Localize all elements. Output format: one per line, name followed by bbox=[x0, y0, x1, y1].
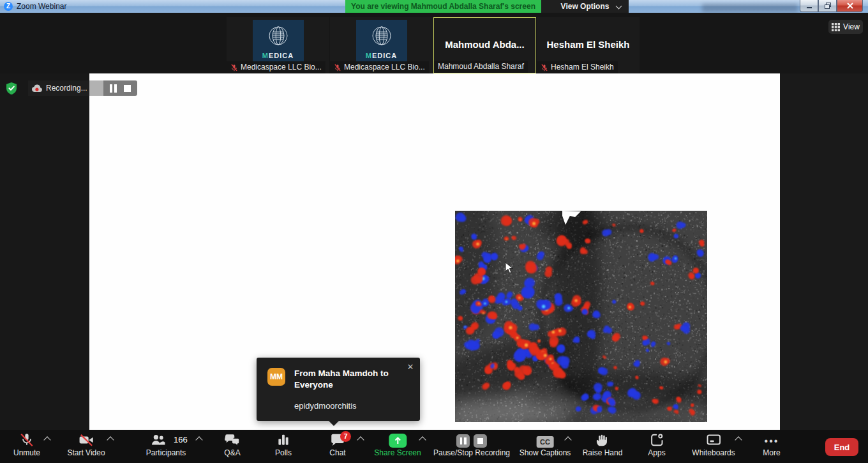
stop-icon[interactable] bbox=[474, 434, 487, 448]
chat-label: Chat bbox=[329, 448, 346, 457]
mic-muted-icon bbox=[230, 64, 238, 72]
more-button[interactable]: ••• More bbox=[763, 430, 780, 457]
video-tile-hesham[interactable]: Hesham El Sheikh Hesham El Sheikh bbox=[537, 17, 640, 73]
unmute-label: Unmute bbox=[13, 448, 40, 457]
participants-count: 166 bbox=[174, 435, 188, 444]
meeting-toolbar: Unmute Start Video bbox=[0, 430, 868, 463]
record-icon bbox=[31, 84, 42, 93]
unmute-button[interactable]: Unmute bbox=[13, 430, 40, 457]
pause-stop-recording-button[interactable]: Pause/Stop Recording bbox=[433, 430, 510, 457]
globe-icon bbox=[264, 25, 292, 50]
apps-button[interactable]: Apps bbox=[648, 430, 665, 457]
grid-icon bbox=[832, 23, 840, 31]
polls-label: Polls bbox=[275, 448, 292, 457]
video-strip: MEDICA space Medicaspace LLC Bio... bbox=[0, 13, 868, 73]
whiteboards-icon bbox=[692, 430, 735, 448]
popup-caret bbox=[328, 420, 340, 426]
recording-controls-spacer bbox=[89, 80, 103, 96]
chat-chevron-icon[interactable] bbox=[357, 436, 364, 443]
participant-name-label: Medicaspace LLC Bio... bbox=[227, 61, 326, 73]
cc-icon: CC bbox=[537, 436, 554, 448]
popup-message: epidydmoorchitis bbox=[294, 401, 357, 411]
logo-wordmark: MEDICA bbox=[366, 52, 397, 59]
video-tile-medicaspace-2[interactable]: MEDICA space Medicaspace LLC Bio... bbox=[330, 17, 433, 73]
shield-icon bbox=[5, 82, 18, 95]
minimize-icon bbox=[805, 2, 813, 10]
view-layout-button[interactable]: View bbox=[828, 20, 863, 34]
participant-name-label: Mahmoud Abdalla Sharaf bbox=[434, 61, 528, 73]
participants-chevron-icon[interactable] bbox=[195, 436, 202, 443]
avatar: MM bbox=[267, 368, 285, 386]
chevron-down-icon bbox=[616, 3, 622, 10]
zoom-app-icon: Z bbox=[4, 2, 13, 11]
zoom-webinar-window: Z Zoom Webinar You are viewing Mahmoud A… bbox=[0, 0, 868, 463]
participant-name-text: Medicaspace LLC Bio... bbox=[241, 61, 322, 73]
window-controls bbox=[800, 0, 863, 12]
participant-display-name: Hesham El Sheikh bbox=[537, 39, 640, 50]
restore-button[interactable] bbox=[818, 0, 837, 12]
more-label: More bbox=[763, 448, 780, 457]
mic-muted-icon bbox=[541, 64, 548, 72]
right-letterbox bbox=[780, 73, 868, 430]
participant-name-text: Mahmoud Abdalla Sharaf bbox=[438, 61, 524, 73]
stop-recording-icon[interactable] bbox=[124, 85, 131, 92]
audio-options-chevron-icon[interactable] bbox=[43, 436, 50, 443]
whiteboards-label: Whiteboards bbox=[692, 448, 735, 457]
participant-name-text: Medicaspace LLC Bio... bbox=[344, 61, 425, 73]
mouse-cursor bbox=[505, 262, 514, 275]
window-title: Zoom Webinar bbox=[17, 2, 66, 11]
raise-hand-icon bbox=[583, 430, 623, 448]
globe-icon bbox=[368, 25, 396, 50]
screen-share-banner: You are viewing Mahmoud Abdalla Sharaf's… bbox=[345, 0, 541, 13]
qa-button[interactable]: Q&A bbox=[224, 430, 241, 457]
participants-label: Participants bbox=[146, 448, 186, 457]
participant-display-name: Mahmoud Abda... bbox=[434, 39, 535, 50]
raise-hand-label: Raise Hand bbox=[583, 448, 623, 457]
show-captions-button[interactable]: CC Show Captions bbox=[520, 430, 571, 457]
restore-icon bbox=[824, 2, 832, 10]
close-icon bbox=[846, 2, 854, 10]
mic-muted-icon bbox=[13, 430, 40, 448]
apps-label: Apps bbox=[648, 448, 665, 457]
polls-icon bbox=[275, 430, 292, 448]
close-icon[interactable]: ✕ bbox=[406, 363, 415, 372]
view-button-label: View bbox=[843, 22, 860, 31]
start-video-label: Start Video bbox=[67, 448, 105, 457]
share-screen-button[interactable]: Share Screen bbox=[374, 430, 421, 457]
recording-label: Recording... bbox=[46, 84, 87, 93]
apps-icon bbox=[648, 430, 665, 448]
raise-hand-button[interactable]: Raise Hand bbox=[583, 430, 623, 457]
view-options-button[interactable]: View Options bbox=[541, 0, 629, 13]
close-button[interactable] bbox=[837, 0, 863, 12]
video-options-chevron-icon[interactable] bbox=[107, 436, 114, 443]
recording-controls bbox=[103, 80, 137, 96]
video-tile-mahmoud-active-speaker[interactable]: Mahmoud Abda... Mahmoud Abdalla Sharaf bbox=[433, 17, 536, 73]
popup-title: From Maha Mamdoh to Everyone bbox=[294, 368, 408, 391]
view-options-label: View Options bbox=[561, 2, 610, 11]
qa-label: Q&A bbox=[224, 448, 241, 457]
chat-unread-badge: 7 bbox=[340, 431, 351, 442]
chat-notification-popup[interactable]: MM From Maha Mamdoh to Everyone epidydmo… bbox=[257, 358, 420, 421]
recording-indicator: Recording... bbox=[28, 80, 89, 96]
show-captions-label: Show Captions bbox=[520, 448, 571, 457]
participant-name-text: Hesham El Sheikh bbox=[551, 61, 614, 73]
video-tile-medicaspace-1[interactable]: MEDICA space Medicaspace LLC Bio... bbox=[227, 17, 329, 73]
participant-name-label: Medicaspace LLC Bio... bbox=[330, 61, 429, 73]
participant-name-label: Hesham El Sheikh bbox=[537, 61, 618, 73]
share-screen-label: Share Screen bbox=[374, 448, 421, 457]
start-video-button[interactable]: Start Video bbox=[67, 430, 105, 457]
whiteboards-button[interactable]: Whiteboards bbox=[692, 430, 735, 457]
minimize-button[interactable] bbox=[800, 0, 818, 12]
end-button[interactable]: End bbox=[825, 438, 858, 456]
camera-muted-icon bbox=[67, 430, 105, 448]
qa-icon bbox=[224, 430, 241, 448]
shared-screen-content: MM From Maha Mamdoh to Everyone epidydmo… bbox=[89, 73, 780, 430]
pause-icon[interactable] bbox=[456, 434, 470, 448]
mic-muted-icon bbox=[334, 64, 341, 72]
pause-recording-icon[interactable] bbox=[110, 84, 117, 93]
polls-button[interactable]: Polls bbox=[275, 430, 292, 457]
pause-stop-recording-label: Pause/Stop Recording bbox=[433, 448, 510, 457]
whiteboards-chevron-icon[interactable] bbox=[735, 436, 742, 443]
background-window-artifact bbox=[702, 4, 798, 12]
participants-icon bbox=[138, 430, 179, 448]
